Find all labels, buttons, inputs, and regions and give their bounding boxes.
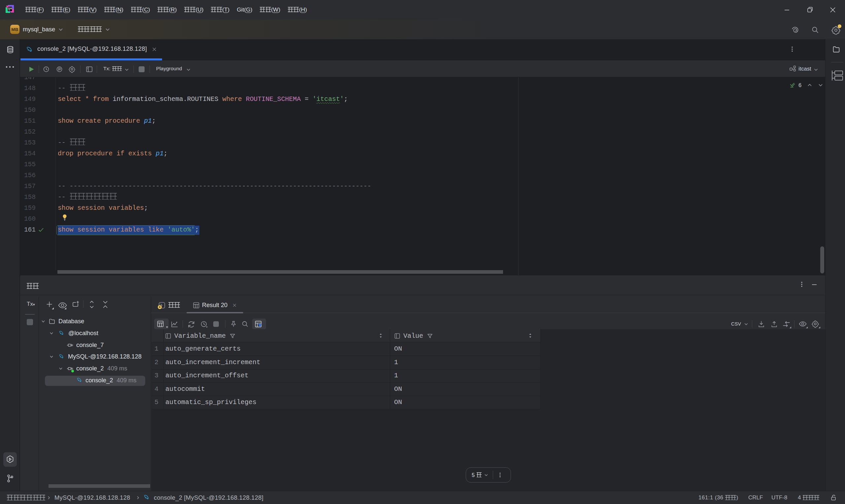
- svg-text:DG: DG: [8, 7, 12, 10]
